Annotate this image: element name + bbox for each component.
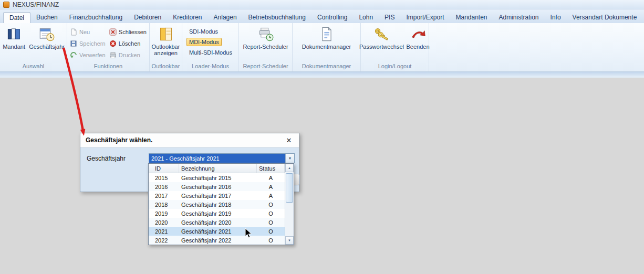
combobox-dropdown-button[interactable]: ▼ [285, 154, 294, 163]
close-box-icon [109, 28, 117, 36]
report-scheduler-label: Report-Scheduler [243, 44, 288, 50]
tab-mandanten[interactable]: Mandanten [450, 12, 493, 23]
scroll-thumb[interactable] [286, 173, 293, 203]
cell-bezeichnung: Geschäftsjahr 2017 [179, 193, 257, 199]
dropdown-row-2020[interactable]: 2020Geschäftsjahr 2020O [149, 218, 294, 227]
verwerfen-label: Verwerfen [79, 52, 106, 58]
cell-bezeichnung: Geschäftsjahr 2021 [179, 228, 257, 235]
beenden-button[interactable]: Beenden [405, 24, 430, 50]
tab-kreditoren[interactable]: Kreditoren [167, 12, 207, 23]
dokumentmanager-button[interactable]: Dokumentmanager [299, 24, 354, 50]
column-header-status[interactable]: Status [257, 164, 285, 173]
tab-anlagen[interactable]: Anlagen [208, 12, 243, 23]
tab-administration[interactable]: Administration [493, 12, 545, 23]
ribbon-group-auswahl: Mandant Geschäftsjahr Auswahl [0, 23, 67, 71]
speichern-button[interactable]: Speichern [68, 38, 108, 49]
tab-debitoren[interactable]: Debitoren [128, 12, 167, 23]
group-label-auswahl: Auswahl [0, 63, 67, 71]
tab-finanzbuchhaltung[interactable]: Finanzbuchhaltung [64, 12, 128, 23]
loeschen-button[interactable]: Löschen [108, 38, 148, 49]
dropdown-row-2015[interactable]: 2015Geschäftsjahr 2015A [149, 173, 294, 182]
cell-status: O [257, 219, 285, 226]
cell-status: O [257, 228, 285, 235]
neu-button[interactable]: Neu [68, 27, 108, 37]
group-label-outlookbar: Outlookbar [150, 63, 182, 71]
tab-bar: DateiBuchenFinanzbuchhaltungDebitorenKre… [0, 9, 644, 23]
dialog-close-icon[interactable]: ✕ [284, 136, 294, 144]
cell-status: O [257, 237, 285, 244]
passwortwechsel-button[interactable]: Passwortwechsel [359, 24, 404, 50]
dropdown-row-2017[interactable]: 2017Geschäftsjahr 2017A [149, 191, 294, 200]
chevron-down-icon: ▼ [288, 156, 292, 160]
cell-bezeichnung: Geschäftsjahr 2015 [179, 175, 257, 181]
scroll-up-button[interactable]: ▲ [285, 164, 294, 172]
ribbon-group-loader-modus: SDI-Modus MDI-Modus Multi-SDI-Modus Load… [182, 23, 239, 71]
tab-buchen[interactable]: Buchen [30, 12, 64, 23]
cell-id: 2015 [149, 175, 179, 181]
outlookbar-anzeigen-button[interactable]: Outlookbar anzeigen [151, 24, 181, 56]
ribbon-group-report-scheduler: Report-Scheduler Report-Scheduler [239, 23, 293, 71]
cell-bezeichnung: Geschäftsjahr 2020 [179, 219, 257, 226]
cell-status: A [257, 184, 285, 190]
tab-import-export[interactable]: Import/Export [400, 12, 450, 23]
dropdown-rows: 2015Geschäftsjahr 2015A2016Geschäftsjahr… [149, 173, 294, 245]
tab-versandart-dokumente[interactable]: Versandart Dokumente [567, 12, 643, 23]
undo-arrow-icon [70, 51, 77, 59]
tab-info[interactable]: Info [545, 12, 567, 23]
dropdown-row-2016[interactable]: 2016Geschäftsjahr 2016A [149, 182, 294, 191]
ribbon-group-login-logout: Passwortwechsel Beenden Login/Logout [361, 23, 429, 71]
tab-pis[interactable]: PIS [379, 12, 400, 23]
tab-lohn[interactable]: Lohn [353, 12, 379, 23]
dropdown-row-2021[interactable]: 2021Geschäftsjahr 2021O [149, 227, 294, 236]
column-header-id[interactable]: ID [149, 164, 179, 173]
tab-controlling[interactable]: Controlling [311, 12, 353, 23]
application-window: NEXUS/FINANZ DateiBuchenFinanzbuchhaltun… [0, 0, 644, 274]
multi-sdi-modus-button[interactable]: Multi-SDI-Modus [186, 48, 235, 57]
sdi-modus-label: SDI-Modus [189, 28, 218, 35]
dropdown-row-2022[interactable]: 2022Geschäftsjahr 2022O [149, 236, 294, 245]
geschaeftsjahr-combobox[interactable]: 2021 - Geschäftsjahr 2021 ▼ [149, 153, 295, 163]
schliessen-button[interactable]: Schliessen [108, 27, 148, 37]
cell-id: 2018 [149, 202, 179, 208]
dropdown-row-2018[interactable]: 2018Geschäftsjahr 2018O [149, 200, 294, 209]
mdi-modus-label: MDI-Modus [189, 39, 219, 45]
multi-sdi-modus-label: Multi-SDI-Modus [189, 49, 232, 56]
mandant-label: Mandant [3, 44, 25, 50]
outlookbar-anzeigen-label: Outlookbar anzeigen [152, 44, 180, 56]
cell-id: 2022 [149, 237, 179, 244]
loeschen-label: Löschen [119, 40, 141, 47]
drucken-button[interactable]: Drucken [108, 50, 148, 60]
dialog-titlebar: Geschäftsjahr wählen. ✕ [80, 133, 299, 147]
sdi-modus-button[interactable]: SDI-Modus [186, 27, 221, 36]
ribbon-group-funktionen: Neu Speichern Verwerfen Schliessen [67, 23, 150, 71]
combobox-value: 2021 - Geschäftsjahr 2021 [149, 155, 285, 162]
schliessen-label: Schliessen [119, 29, 147, 35]
group-label-login-logout: Login/Logout [361, 63, 429, 71]
report-scheduler-button[interactable]: Report-Scheduler [241, 24, 290, 50]
mandant-icon [6, 26, 22, 42]
cell-id: 2017 [149, 193, 179, 199]
cell-id: 2019 [149, 210, 179, 217]
app-icon [3, 2, 9, 8]
verwerfen-button[interactable]: Verwerfen [68, 50, 108, 60]
floppy-disk-icon [70, 40, 77, 47]
group-label-funktionen: Funktionen [67, 63, 149, 71]
scroll-down-button[interactable]: ▼ [285, 236, 294, 245]
dropdown-scrollbar[interactable]: ▲ ▼ [285, 164, 294, 245]
column-header-bezeichnung[interactable]: Bezeichnung [179, 164, 257, 173]
cell-status: A [257, 193, 285, 199]
drucken-label: Drucken [119, 52, 140, 58]
dropdown-panel: ID Bezeichnung Status 2015Geschäftsjahr … [148, 163, 294, 245]
dropdown-row-2019[interactable]: 2019Geschäftsjahr 2019O [149, 209, 294, 218]
keys-icon [373, 26, 389, 42]
mdi-modus-button[interactable]: MDI-Modus [186, 38, 222, 46]
ribbon-shadow-band [0, 72, 644, 78]
tab-datei[interactable]: Datei [3, 12, 30, 23]
mandant-button[interactable]: Mandant [1, 24, 27, 50]
cell-bezeichnung: Geschäftsjahr 2018 [179, 202, 257, 208]
cell-bezeichnung: Geschäftsjahr 2022 [179, 237, 257, 244]
geschaeftsjahr-button[interactable]: Geschäftsjahr [28, 24, 66, 50]
printer-icon [109, 51, 117, 59]
tab-betriebsbuchhaltung[interactable]: Betriebsbuchhaltung [243, 12, 311, 23]
cell-id: 2021 [149, 228, 179, 235]
